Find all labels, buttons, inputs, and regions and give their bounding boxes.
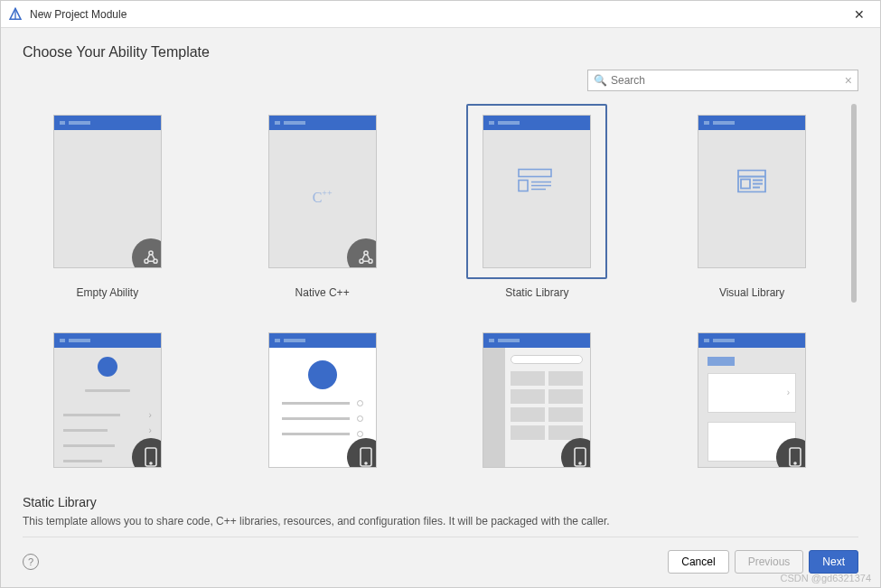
template-row2-b[interactable] — [238, 322, 408, 485]
template-empty-ability[interactable]: Empty Ability — [23, 104, 192, 305]
window-title: New Project Module — [30, 8, 846, 21]
template-row2-c[interactable] — [453, 322, 623, 485]
graph-icon — [132, 238, 162, 268]
svg-rect-7 — [519, 180, 528, 191]
titlebar: New Project Module ✕ — [1, 1, 880, 28]
template-label: Static Library — [505, 286, 568, 299]
description-text: This template allows you to share code, … — [23, 515, 858, 527]
template-visual-library[interactable]: Visual Library — [667, 104, 837, 305]
svg-point-0 — [149, 251, 153, 255]
svg-point-20 — [365, 462, 367, 464]
library-icon — [517, 167, 557, 197]
help-icon[interactable]: ? — [23, 554, 39, 570]
template-grid-wrap: Empty Ability C++ Native C++ — [23, 104, 858, 484]
newspaper-icon — [737, 169, 766, 195]
phone-icon — [347, 438, 377, 468]
template-label: Visual Library — [719, 286, 784, 299]
description-area: Static Library This template allows you … — [23, 484, 858, 537]
scrollbar-thumb[interactable] — [851, 104, 857, 303]
svg-point-24 — [794, 462, 796, 464]
svg-point-22 — [579, 462, 581, 464]
description-title: Static Library — [23, 495, 858, 509]
template-label: Native C++ — [295, 286, 350, 299]
search-icon: 🔍 — [594, 74, 607, 87]
clear-icon[interactable]: × — [845, 73, 852, 88]
close-button[interactable]: ✕ — [846, 7, 873, 22]
template-row2-a[interactable]: › › › › — [23, 322, 192, 485]
svg-rect-13 — [741, 179, 750, 188]
page-heading: Choose Your Ability Template — [23, 44, 858, 61]
previous-button: Previous — [735, 550, 804, 574]
cpp-icon: C++ — [313, 188, 333, 205]
svg-point-18 — [150, 462, 152, 464]
cancel-button[interactable]: Cancel — [668, 550, 728, 574]
graph-icon — [347, 238, 377, 268]
scrollbar[interactable] — [851, 104, 858, 484]
svg-rect-6 — [519, 169, 551, 176]
svg-point-3 — [364, 251, 368, 255]
template-static-library[interactable]: Static Library — [453, 104, 623, 305]
next-button[interactable]: Next — [809, 550, 858, 574]
search-input[interactable] — [611, 74, 845, 87]
app-logo-icon — [8, 7, 23, 22]
search-row: 🔍 × — [23, 70, 858, 91]
content-area: Choose Your Ability Template 🔍 × — [1, 28, 880, 587]
template-label: Empty Ability — [77, 286, 139, 299]
search-box[interactable]: 🔍 × — [587, 70, 858, 91]
template-grid: Empty Ability C++ Native C++ — [23, 104, 848, 484]
footer: ? Cancel Previous Next — [23, 537, 858, 576]
template-native-cpp[interactable]: C++ Native C++ — [238, 104, 408, 305]
template-row2-d[interactable]: › › — [667, 322, 837, 485]
